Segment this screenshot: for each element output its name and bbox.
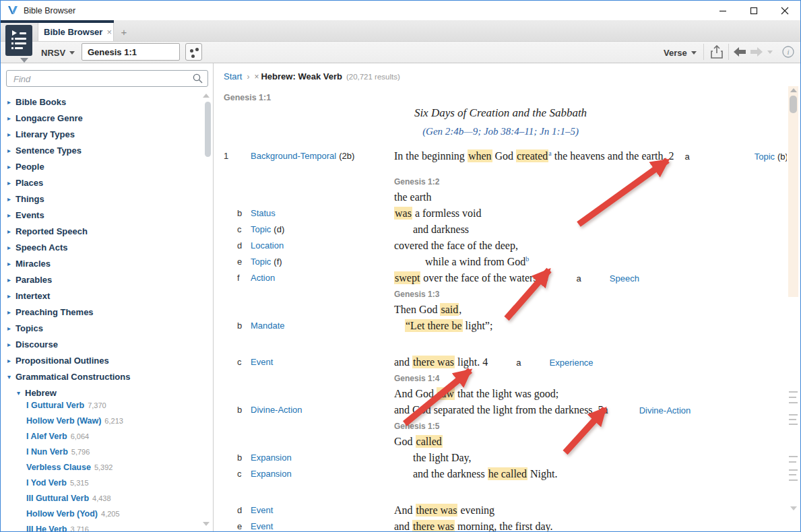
discourse-label-link[interactable]: Experience <box>550 358 594 368</box>
chevron-right-icon[interactable]: ▸ <box>7 147 15 154</box>
verse-heading: Genesis 1:5 <box>394 419 787 434</box>
pericope-references-link[interactable]: (Gen 2:4b—9; Job 38:4–11; Jn 1:1–5) <box>214 126 787 137</box>
find-input[interactable] <box>12 72 187 86</box>
breadcrumb-start-link[interactable]: Start <box>224 71 242 81</box>
panel-menu-button[interactable] <box>5 25 32 56</box>
sidebar-item-bible-books[interactable]: ▸Bible Books <box>1 94 203 110</box>
main-scrollbar[interactable] <box>788 63 800 531</box>
minimize-button[interactable] <box>707 1 738 20</box>
sidebar-item-i-nun-verb[interactable]: I Nun Verb5,796 <box>1 447 203 463</box>
chevron-right-icon[interactable]: ▸ <box>7 244 15 251</box>
scroll-down-icon[interactable] <box>790 506 797 510</box>
chevron-right-icon[interactable]: ▸ <box>7 341 15 348</box>
close-button[interactable] <box>769 1 800 20</box>
sidebar-item-hollow-verb-waw[interactable]: Hollow Verb (Waw)6,213 <box>1 416 203 432</box>
result-count: 4,205 <box>101 510 120 518</box>
chevron-right-icon[interactable]: ▸ <box>7 211 15 219</box>
sidebar-item-people[interactable]: ▸People <box>1 158 203 174</box>
new-tab-button[interactable]: + <box>117 25 131 38</box>
discourse-label-link[interactable]: Mandate <box>251 321 285 331</box>
visual-filters-button[interactable] <box>185 43 202 61</box>
sidebar-item-i-yod-verb[interactable]: I Yod Verb5,315 <box>1 478 203 494</box>
sidebar-item-discourse[interactable]: ▸Discourse <box>1 336 203 352</box>
sidebar-item-grammatical-constructions[interactable]: ▾Grammatical Constructions <box>1 368 203 385</box>
sidebar-scroll-up-icon[interactable] <box>203 94 210 98</box>
sidebar-item-reported-speech[interactable]: ▸Reported Speech <box>1 223 203 239</box>
footnote-marker[interactable]: b <box>525 255 529 263</box>
sidebar-item-iii-guttural-verb[interactable]: III Guttural Verb4,438 <box>1 494 203 509</box>
discourse-label-link[interactable]: Expansion <box>251 453 292 463</box>
chevron-right-icon[interactable]: ▸ <box>7 260 15 267</box>
sidebar-item-longacre-genre[interactable]: ▸Longacre Genre <box>1 110 203 126</box>
sidebar-item-preaching-themes[interactable]: ▸Preaching Themes <box>1 304 203 320</box>
sidebar-item-iii-he-verb[interactable]: III He Verb3,716 <box>1 525 203 531</box>
discourse-label-suffix: (d) <box>274 224 284 234</box>
sidebar-item-i-guttural-verb[interactable]: I Guttural Verb7,370 <box>1 401 203 416</box>
back-button[interactable] <box>732 44 748 60</box>
panel-menu-caret-icon[interactable] <box>20 58 28 63</box>
chevron-right-icon[interactable]: ▸ <box>7 131 15 138</box>
chevron-down-icon[interactable]: ▾ <box>17 389 25 397</box>
scrollbar-result-mark <box>789 419 796 420</box>
discourse-label-link[interactable]: Speech <box>610 273 639 284</box>
sidebar-item-topics[interactable]: ▸Topics <box>1 320 203 336</box>
chevron-down-icon[interactable]: ▾ <box>7 373 15 380</box>
sidebar-item-speech-acts[interactable]: ▸Speech Acts <box>1 239 203 255</box>
scroll-up-icon[interactable] <box>790 88 797 92</box>
discourse-label-link[interactable]: Event <box>251 505 273 515</box>
sidebar-item-things[interactable]: ▸Things <box>1 191 203 207</box>
sidebar-item-i-alef-verb[interactable]: I Alef Verb6,064 <box>1 432 203 447</box>
export-button[interactable] <box>708 44 726 60</box>
discourse-label-link[interactable]: Topic <box>251 257 271 267</box>
version-selector[interactable]: NRSV <box>41 45 75 60</box>
sidebar-item-places[interactable]: ▸Places <box>1 174 203 191</box>
tab-bible-browser[interactable]: Bible Browser × <box>38 23 114 41</box>
forward-button[interactable] <box>748 44 765 60</box>
sidebar-item-events[interactable]: ▸Events <box>1 207 203 223</box>
tab-close-icon[interactable]: × <box>106 27 112 37</box>
discourse-label-link[interactable]: Event <box>251 357 273 367</box>
main-scrollbar-thumb[interactable] <box>790 96 797 113</box>
history-caret-icon[interactable] <box>764 44 776 60</box>
sidebar-item-hollow-verb-yod[interactable]: Hollow Verb (Yod)4,205 <box>1 509 203 525</box>
discourse-row: bDivine-Actionand God separated the ligh… <box>224 402 787 419</box>
sidebar-item-miracles[interactable]: ▸Miracles <box>1 255 203 271</box>
filter-remove-icon[interactable]: × <box>254 72 259 81</box>
sidebar-scroll-down-icon[interactable] <box>203 522 210 526</box>
discourse-label-link[interactable]: Background-Temporal <box>251 151 336 161</box>
chevron-right-icon[interactable]: ▸ <box>7 308 15 316</box>
sidebar-item-hebrew[interactable]: ▾Hebrew <box>1 385 203 401</box>
sidebar-item-sentence-types[interactable]: ▸Sentence Types <box>1 142 203 158</box>
discourse-label-link[interactable]: Event <box>251 521 273 531</box>
discourse-label-link[interactable]: Topic <box>755 152 775 162</box>
chevron-right-icon[interactable]: ▸ <box>7 195 15 203</box>
sidebar-item-intertext[interactable]: ▸Intertext <box>1 288 203 304</box>
sidebar-item-verbless-clause[interactable]: Verbless Clause5,392 <box>1 463 203 478</box>
discourse-label-link[interactable]: Location <box>251 240 284 251</box>
chevron-right-icon[interactable]: ▸ <box>7 179 15 187</box>
chevron-right-icon[interactable]: ▸ <box>7 98 15 106</box>
discourse-label-link[interactable]: Divine-Action <box>251 405 302 415</box>
sidebar-item-literary-types[interactable]: ▸Literary Types <box>1 126 203 142</box>
chevron-right-icon[interactable]: ▸ <box>7 228 15 235</box>
discourse-label-link[interactable]: Action <box>251 273 275 283</box>
discourse-label-link[interactable]: Expansion <box>251 469 292 479</box>
chevron-right-icon[interactable]: ▸ <box>7 276 15 284</box>
chevron-right-icon[interactable]: ▸ <box>7 357 15 364</box>
discourse-label-link[interactable]: Status <box>251 208 276 218</box>
info-button[interactable]: i <box>781 44 796 60</box>
view-mode-selector[interactable]: Verse <box>664 45 697 60</box>
chevron-right-icon[interactable]: ▸ <box>7 325 15 332</box>
pericope-title: Six Days of Creation and the Sabbath <box>214 106 787 120</box>
chevron-right-icon[interactable]: ▸ <box>7 163 15 170</box>
chevron-right-icon[interactable]: ▸ <box>7 292 15 300</box>
chevron-right-icon[interactable]: ▸ <box>7 114 15 122</box>
sidebar-scrollbar-thumb[interactable] <box>205 102 211 157</box>
reference-input[interactable] <box>82 43 180 61</box>
sidebar-item-propositional-outlines[interactable]: ▸Propositional Outlines <box>1 352 203 368</box>
sidebar-item-parables[interactable]: ▸Parables <box>1 271 203 288</box>
verse-text: and there was morning, the first day. <box>394 519 787 531</box>
discourse-label-link[interactable]: Topic <box>251 224 271 234</box>
maximize-button[interactable] <box>738 1 769 20</box>
discourse-label-link[interactable]: Divine-Action <box>639 405 691 415</box>
